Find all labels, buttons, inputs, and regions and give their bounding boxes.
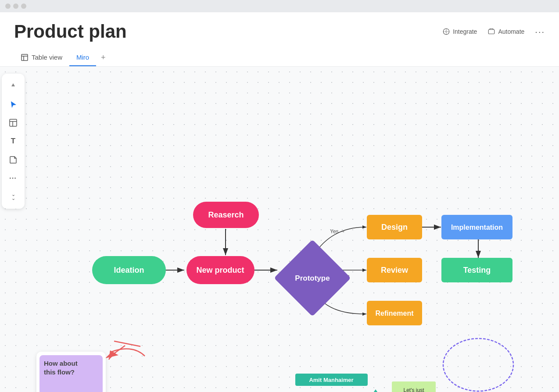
- svg-rect-23: [193, 202, 259, 228]
- svg-text:Let's just: Let's just: [404, 387, 425, 392]
- svg-rect-24: [92, 256, 166, 284]
- header-top: Product plan Integrate Automate ···: [14, 21, 545, 42]
- titlebar-dot-2: [13, 4, 18, 9]
- new-product-node-label: New product: [196, 266, 244, 274]
- cursor-up-button[interactable]: [4, 77, 22, 95]
- titlebar-dots: [5, 4, 26, 9]
- select-icon: [9, 100, 18, 109]
- svg-text:this flow?: this flow?: [44, 368, 75, 376]
- note-icon: [9, 155, 18, 164]
- svg-rect-36: [36, 352, 106, 392]
- more-menu-button[interactable]: ···: [535, 27, 545, 37]
- more-icon: ●●●: [10, 177, 17, 179]
- select-button[interactable]: [4, 96, 22, 113]
- testing-node-label: Testing: [463, 266, 491, 274]
- svg-rect-20: [295, 374, 368, 386]
- titlebar-dot-3: [21, 4, 26, 9]
- ideation-node-label: Ideation: [114, 266, 144, 274]
- research-node-label: Reaserch: [208, 210, 244, 219]
- svg-text:How about: How about: [44, 360, 78, 367]
- main-container: Product plan Integrate Automate ···: [0, 12, 559, 392]
- svg-rect-5: [10, 119, 17, 126]
- tab-add-button[interactable]: +: [96, 51, 110, 65]
- automate-button[interactable]: Automate: [487, 28, 524, 36]
- implementation-node-label: Implementation: [451, 224, 503, 231]
- svg-rect-29: [367, 258, 422, 282]
- svg-line-45: [114, 341, 140, 346]
- svg-rect-28: [441, 215, 512, 239]
- svg-rect-32: [392, 381, 436, 392]
- amit-label: Amit Manhaimer: [309, 377, 353, 383]
- integrate-button[interactable]: Integrate: [442, 28, 477, 36]
- svg-rect-37: [39, 355, 103, 392]
- header: Product plan Integrate Automate ···: [0, 12, 559, 67]
- page-title: Product plan: [14, 21, 127, 42]
- left-sidebar: T ●●● ⌄⌄: [0, 67, 26, 392]
- design-node-label: Design: [381, 223, 408, 232]
- header-actions: Integrate Automate ···: [442, 27, 545, 37]
- svg-rect-27: [367, 215, 422, 239]
- cursor-up-icon: [9, 82, 18, 90]
- tab-miro[interactable]: Miro: [69, 49, 96, 66]
- svg-point-18: [443, 339, 513, 391]
- svg-rect-26: [274, 239, 351, 316]
- tabs: Table view Miro +: [14, 49, 545, 66]
- expand-icon: ⌄⌄: [11, 192, 15, 200]
- svg-rect-1: [489, 30, 495, 34]
- canvas-area[interactable]: T ●●● ⌄⌄: [0, 67, 559, 392]
- table-view-icon: [21, 54, 28, 61]
- svg-rect-30: [441, 258, 512, 282]
- note-button[interactable]: [4, 151, 22, 168]
- diagram-svg: Yes → No → YASS! Amit Manhaimer: [0, 67, 559, 392]
- titlebar: [0, 0, 559, 12]
- svg-text:No →: No →: [337, 272, 351, 278]
- svg-rect-31: [367, 301, 422, 325]
- yass-text: YASS!: [452, 390, 502, 392]
- refinement-node-label: Refinement: [375, 310, 414, 317]
- table-button[interactable]: [4, 114, 22, 132]
- table-icon: [9, 118, 18, 127]
- expand-button[interactable]: ⌄⌄: [4, 188, 22, 205]
- integrate-icon: [442, 28, 450, 36]
- sidebar-panel: T ●●● ⌄⌄: [2, 74, 25, 209]
- tab-table-view[interactable]: Table view: [14, 49, 69, 66]
- text-icon: T: [11, 137, 15, 146]
- automate-icon: [487, 28, 495, 36]
- titlebar-dot-1: [5, 4, 11, 9]
- review-node-label: Review: [381, 266, 408, 274]
- svg-rect-25: [186, 256, 254, 284]
- prototype-node-label: Prototype: [295, 274, 330, 282]
- svg-rect-2: [22, 54, 28, 61]
- svg-text:Yes →: Yes →: [330, 228, 345, 235]
- more-button[interactable]: ●●●: [4, 169, 22, 187]
- svg-marker-19: [369, 389, 382, 392]
- text-button[interactable]: T: [4, 132, 22, 150]
